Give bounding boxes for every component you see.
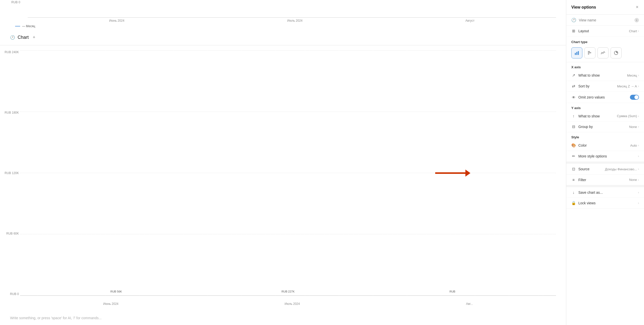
y-group-by-right: None › [629,125,639,129]
color-row[interactable]: 🎨 Color Auto › [566,140,644,151]
filter-right: None › [629,178,639,182]
omit-zero-toggle[interactable] [630,95,639,100]
more-style-row[interactable]: ✏ More style options › [566,151,644,162]
y-what-to-show-left: ↑ What to show [571,114,600,118]
bar-label-august: RUB [450,290,455,293]
info-icon[interactable]: i [634,18,639,22]
lock-views-right: › [638,201,639,205]
y-group-by-left: ⊟ Group by [571,124,593,129]
red-arrow [435,170,470,177]
source-label: Source [578,167,589,171]
layout-label: Layout [578,29,589,33]
y-label-240k: RUB 240K [3,50,19,54]
bar-label-june: RUB 56K [110,290,122,293]
x-label-august: Авг... [466,302,473,306]
save-chart-left: ↓ Save chart as... [571,190,603,194]
x-omit-zero-label: Omit zero values [578,95,605,99]
y-group-by-value: None [629,125,637,129]
x-what-to-show-label: What to show [578,73,600,77]
y-what-to-show-row[interactable]: ↑ What to show Сумма (Sum) › [566,111,644,121]
color-right: Auto › [630,144,639,147]
layout-value: Chart [629,29,637,33]
toggle-knob [634,95,638,99]
x-sort-by-row[interactable]: ⇄ Sort by Месяц Z → A › [566,81,644,92]
save-chart-right: › [638,191,639,194]
x-what-to-show-row[interactable]: ↗ What to show Месяц › [566,70,644,81]
top-chart-grid: RUB 0 [28,3,556,18]
save-chart-chevron: › [638,191,639,194]
lock-icon: 🔒 [571,201,576,205]
main-area: RUB 0 Июнь 2024 Июль 2024 Август — Месяц… [0,0,566,325]
chart-title-row: 🕐 Chart + [10,34,556,41]
chart-type-bar[interactable] [571,47,582,58]
y-axis-labels: RUB 240K RUB 180K RUB 120K RUB 60K RUB 0 [3,50,19,296]
y-group-by-chevron: › [638,125,639,128]
y-what-to-show-chevron: › [638,114,639,118]
clock-icon: 🕐 [571,18,576,22]
top-rub-zero: RUB 0 [11,1,20,4]
view-name-row: 🕐 i [566,15,644,26]
x-what-to-show-right: Месяц › [627,74,639,77]
chart-clock-icon: 🕐 [10,35,15,40]
chart-type-horizontal-bar[interactable] [584,47,595,58]
x-label-july: Июль 2024 [285,302,300,306]
y-what-to-show-value: Сумма (Sum) [617,114,637,118]
chart-wrapper: RUB 240K RUB 180K RUB 120K RUB 60K RUB 0 [0,45,566,311]
save-icon: ↓ [571,190,576,194]
view-name-input[interactable] [579,18,632,22]
y-group-by-row[interactable]: ⊟ Group by None › [566,121,644,132]
chart-type-section-label: Chart type [566,37,644,45]
svg-rect-3 [588,51,590,52]
panel-body: 🕐 i ⊞ Layout Chart › Chart type [566,15,644,325]
more-style-right: › [638,154,639,158]
x-sort-by-value: Месяц Z → A [617,84,637,88]
panel-title: View options [571,5,596,10]
source-row[interactable]: ⊡ Source Доходы Финансово... › [566,164,644,175]
arrow-up-icon: ↑ [571,114,576,118]
filter-row[interactable]: ≡ Filter None › [566,175,644,185]
thick-divider [566,162,644,164]
y-label-0: RUB 0 [3,292,19,296]
y-axis-section-label: Y axis [566,103,644,111]
save-chart-row[interactable]: ↓ Save chart as... › [566,187,644,198]
legend-label: — Месяц [22,24,35,28]
layout-chevron: › [638,29,639,33]
arrow-head [465,170,470,177]
chart-add-button[interactable]: + [31,34,37,41]
chart-area: RUB 56K RUB 227K RUB [20,50,556,296]
x-omit-zero-row[interactable]: 👁 Omit zero values [566,92,644,103]
chart-type-pie[interactable] [611,47,622,58]
brush-icon: ✏ [571,154,576,158]
lock-views-row[interactable]: 🔒 Lock views › [566,198,644,209]
chart-type-row [566,45,644,62]
style-section-label: Style [566,132,644,140]
chart-type-line[interactable] [597,47,609,58]
close-button[interactable]: × [635,4,639,10]
x-sort-by-chevron: › [638,84,639,88]
color-icon: 🎨 [571,143,576,148]
editor-placeholder[interactable]: Write something, or press 'space' for AI… [0,311,566,325]
x-sort-by-left: ⇄ Sort by [571,84,589,88]
source-value: Доходы Финансово... [605,167,637,171]
chart-legend: — Месяц [15,24,556,28]
x-sort-by-right: Месяц Z → A › [617,84,639,88]
filter-label: Filter [578,178,586,182]
chart-header: 🕐 Chart + [0,29,566,45]
x-what-to-show-chevron: › [638,74,639,77]
top-x-label-1: Июль 2024 [287,19,303,22]
y-what-to-show-label: What to show [578,114,600,118]
layout-icon: ⊞ [571,29,576,33]
sort-icon: ⇄ [571,84,576,88]
color-value: Auto [630,144,637,147]
top-chart-area: RUB 0 Июнь 2024 Июль 2024 Август — Месяц [0,0,566,29]
lock-views-left: 🔒 Lock views [571,201,595,205]
svg-rect-5 [588,54,589,54]
more-style-chevron: › [638,154,639,158]
chart-title: Chart [18,35,29,40]
layout-row[interactable]: ⊞ Layout Chart › [566,26,644,37]
filter-value: None [629,178,637,182]
y-label-180k: RUB 180K [3,111,19,114]
x-axis-labels: Июнь 2024 Июль 2024 Авг... [20,302,556,306]
y-group-by-label: Group by [578,125,593,129]
layout-left: ⊞ Layout [571,29,589,33]
